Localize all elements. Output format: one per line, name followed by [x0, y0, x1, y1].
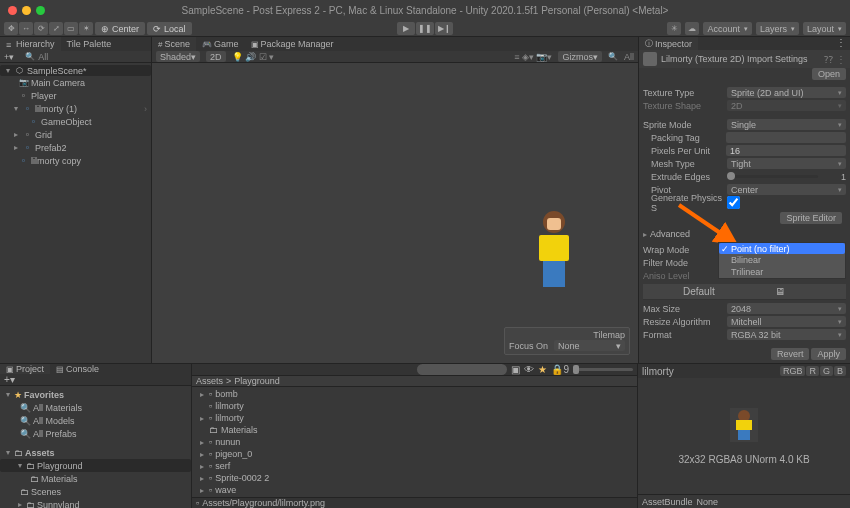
hierarchy-item[interactable]: ▫lilmorty copy [0, 154, 151, 167]
platform-desktop-icon[interactable]: 🖥 [775, 286, 786, 297]
tab-project[interactable]: ▣Project [0, 364, 50, 374]
transform-tools[interactable]: ✥↔⟳⤢▭✶ [4, 22, 93, 35]
preview-thumbnail [730, 408, 758, 442]
pause-button[interactable]: ❚❚ [416, 22, 434, 35]
apply-button[interactable]: Apply [811, 348, 846, 360]
scene-viewport[interactable]: Tilemap Focus OnNone▾ [152, 63, 638, 363]
hierarchy-item[interactable]: ▫Player [0, 89, 151, 102]
assetbundle-dropdown[interactable]: None [697, 497, 801, 507]
pivot-local[interactable]: ⟳Local [147, 22, 192, 35]
resize-algo-dropdown[interactable]: Mitchell [727, 316, 846, 327]
asset-thumb-icon [643, 52, 657, 66]
project-folder[interactable]: ▸🗀Sunnyland [0, 498, 191, 508]
add-icon[interactable]: +▾ [4, 52, 14, 62]
main-toolbar: ✥↔⟳⤢▭✶ ⊕Center ⟳Local ▶ ❚❚ ▶❙ ✳ ☁ Accoun… [0, 21, 850, 37]
filter-mode-options[interactable]: Point (no filter) Bilinear Trilinear [718, 242, 846, 279]
minimize-window[interactable] [22, 6, 31, 15]
breadcrumb[interactable]: Assets > Playground [192, 376, 637, 387]
inspector-menu-icon[interactable]: ⋮ [836, 37, 846, 50]
shaded-dropdown[interactable]: Shaded ▾ [156, 51, 200, 62]
hierarchy-item[interactable]: ▸▫Grid [0, 128, 151, 141]
generate-physics-checkbox[interactable] [727, 196, 740, 209]
hierarchy-search[interactable]: All [38, 52, 48, 62]
sprite-character [532, 211, 576, 293]
g-tab[interactable]: G [820, 366, 833, 376]
packing-tag-input[interactable] [726, 132, 846, 143]
2d-toggle[interactable]: 2D [206, 51, 226, 62]
tilemap-overlay[interactable]: Tilemap Focus OnNone▾ [504, 327, 630, 355]
rgb-tab[interactable]: RGB [780, 366, 806, 376]
preview-info: 32x32 RGBA8 UNorm 4.0 KB [678, 454, 809, 465]
play-button[interactable]: ▶ [397, 22, 415, 35]
tab-game[interactable]: 🎮Game [196, 37, 245, 51]
max-size-dropdown[interactable]: 2048 [727, 303, 846, 314]
hierarchy-item[interactable]: ▾▫lilmorty (1)› [0, 102, 151, 115]
mesh-type-dropdown[interactable]: Tight [727, 158, 846, 169]
layers-dropdown[interactable]: Layers [756, 22, 799, 35]
advanced-foldout[interactable]: Advanced [643, 227, 846, 241]
project-favorites[interactable]: ▾★Favorites [0, 388, 191, 401]
account-dropdown[interactable]: Account [703, 22, 752, 35]
add-icon[interactable]: +▾ [4, 374, 15, 385]
pivot-center[interactable]: ⊕Center [95, 22, 145, 35]
gizmos-dropdown[interactable]: Gizmos ▾ [558, 51, 602, 62]
file-item[interactable]: ▫lilmorty [192, 400, 637, 412]
file-item[interactable]: ▸▫wave [192, 484, 637, 496]
file-item[interactable]: ▸▫lilmorty [192, 412, 637, 424]
sprite-editor-button[interactable]: Sprite Editor [780, 212, 842, 224]
tab-package-manager[interactable]: ▣Package Manager [245, 37, 340, 51]
collab-icon[interactable]: ✳ [667, 22, 681, 35]
file-item[interactable]: ▸▫nunun [192, 436, 637, 448]
help-icon[interactable]: ⁇ ⋮ [824, 54, 846, 65]
tab-console[interactable]: ▤Console [50, 364, 105, 374]
thumbnail-size-slider[interactable] [573, 368, 633, 371]
project-assets[interactable]: ▾🗀Assets [0, 446, 191, 459]
file-item[interactable]: ▸▫pigeon_0 [192, 448, 637, 460]
filter-option-trilinear[interactable]: Trilinear [719, 266, 845, 278]
eye-icon[interactable]: 👁 [524, 364, 534, 375]
window-title: SampleScene - Post Express 2 - PC, Mac &… [0, 0, 850, 21]
ppu-input[interactable] [726, 145, 846, 156]
pivot-dropdown[interactable]: Center [727, 184, 846, 195]
filter-icon[interactable]: ▣ [511, 364, 520, 375]
file-item[interactable]: ▸▫serf [192, 460, 637, 472]
cloud-icon[interactable]: ☁ [685, 22, 699, 35]
layout-dropdown[interactable]: Layout [803, 22, 846, 35]
file-item[interactable]: ▸▫Sprite-0002 2 [192, 472, 637, 484]
texture-type-dropdown[interactable]: Sprite (2D and UI) [727, 87, 846, 98]
r-tab[interactable]: R [806, 366, 819, 376]
scene-search[interactable]: All [624, 52, 634, 62]
step-button[interactable]: ▶❙ [435, 22, 453, 35]
hierarchy-scene[interactable]: ▾⬡SampleScene* [0, 65, 151, 76]
project-fav-item[interactable]: 🔍All Models [0, 414, 191, 427]
project-fav-item[interactable]: 🔍All Materials [0, 401, 191, 414]
tab-tile-palette[interactable]: Tile Palette [61, 37, 118, 51]
project-folder[interactable]: 🗀Scenes [0, 485, 191, 498]
hierarchy-item[interactable]: ▫GameObject [0, 115, 151, 128]
filter-option-bilinear[interactable]: Bilinear [719, 254, 845, 266]
tab-inspector[interactable]: ⓘInspector [639, 37, 698, 50]
revert-button[interactable]: Revert [771, 348, 810, 360]
project-folder[interactable]: 🗀Materials [0, 472, 191, 485]
zoom-window[interactable] [36, 6, 45, 15]
file-item[interactable]: 🗀Materials [192, 424, 637, 436]
platform-default-tab[interactable]: Default [683, 286, 715, 297]
filter-option-point[interactable]: Point (no filter) [719, 243, 845, 254]
file-item[interactable]: ▸▫bomb [192, 388, 637, 400]
assetbundle-label: AssetBundle [642, 497, 693, 507]
sprite-mode-dropdown[interactable]: Single [727, 119, 846, 130]
tab-hierarchy[interactable]: ≡Hierarchy [0, 37, 61, 51]
format-dropdown[interactable]: RGBA 32 bit [727, 329, 846, 340]
hierarchy-item[interactable]: 📷Main Camera [0, 76, 151, 89]
star-icon[interactable]: ★ [538, 364, 547, 375]
hierarchy-item[interactable]: ▸▫Prefab2 [0, 141, 151, 154]
extrude-slider[interactable] [727, 175, 818, 178]
open-button[interactable]: Open [812, 68, 846, 80]
project-search[interactable] [417, 364, 507, 375]
b-tab[interactable]: B [834, 366, 846, 376]
close-window[interactable] [8, 6, 17, 15]
project-folder[interactable]: ▾🗀Playground [0, 459, 191, 472]
texture-shape-dropdown: 2D [727, 100, 846, 111]
project-fav-item[interactable]: 🔍All Prefabs [0, 427, 191, 440]
tab-scene[interactable]: #Scene [152, 37, 196, 51]
